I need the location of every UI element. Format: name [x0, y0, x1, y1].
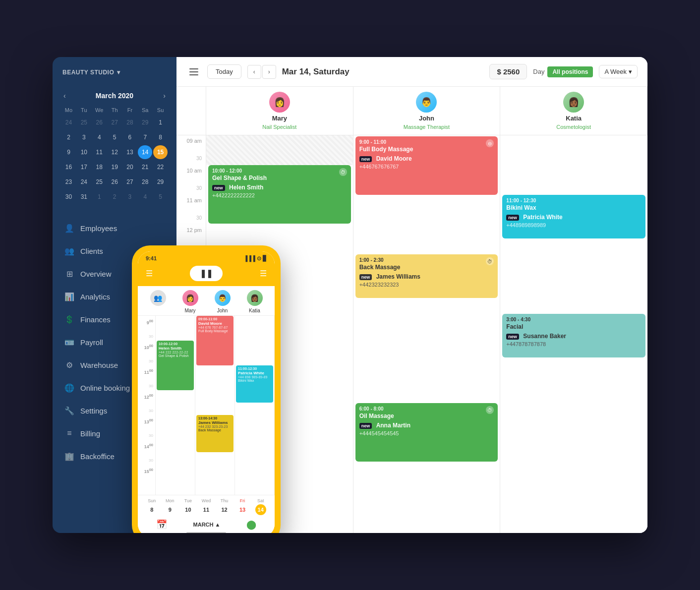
cal-day[interactable]: 13: [123, 145, 137, 159]
phone-menu-icon2[interactable]: ☰: [260, 269, 267, 278]
phone-col-john[interactable]: 09:00-11:00 David Moore +44 676 767-67-6…: [195, 316, 235, 495]
phone-col-mary[interactable]: 10:00-12:00 Helen Smith +44 222 222-22-2…: [156, 316, 195, 495]
appointment-katia-bikini[interactable]: 11:00 - 12:30 Bikini Wax new Patricia Wh…: [502, 195, 645, 238]
phone-day-sun[interactable]: Sun 8: [146, 498, 157, 515]
cal-day[interactable]: 28: [123, 116, 137, 129]
cal-day[interactable]: 31: [77, 190, 91, 204]
staff-name-mary: Mary: [272, 115, 287, 122]
phone-appt-john-fb[interactable]: 09:00-11:00 David Moore +44 676 767-67-6…: [196, 316, 233, 365]
cal-day[interactable]: 5: [153, 190, 168, 204]
cal-day[interactable]: 25: [77, 116, 91, 129]
cal-next-btn[interactable]: ›: [160, 91, 169, 101]
dow-fr: Fr: [123, 106, 137, 115]
phone-staff-john[interactable]: 👨 John: [215, 290, 231, 313]
app-title: BEAUTY STUDIO: [62, 69, 114, 76]
week-label: A Week: [604, 68, 627, 75]
phone-day-sat[interactable]: Sat 14: [255, 498, 266, 515]
cal-day[interactable]: 17: [77, 160, 91, 174]
app-logo[interactable]: BEAUTY STUDIO ▾: [53, 57, 176, 86]
cal-day[interactable]: 10: [77, 145, 91, 159]
positions-button[interactable]: All positions: [547, 66, 593, 77]
phone-staff-all[interactable]: 👥: [150, 290, 166, 313]
staff-header-row: 👩 Mary Nail Specialist 👨 John Massage Th…: [176, 87, 647, 135]
sidebar-item-employees[interactable]: 👤 Employees: [53, 217, 176, 239]
appointment-katia-facial[interactable]: 3:00 - 4:30 Facial new Susanne Baker +44…: [502, 314, 645, 357]
cal-day[interactable]: 23: [61, 175, 76, 189]
cal-day[interactable]: 14: [138, 145, 152, 159]
phone-appt-mary-gel[interactable]: 10:00-12:00 Helen Smith +44 222 222-22-2…: [157, 341, 194, 390]
cal-day[interactable]: 28: [138, 175, 152, 189]
cal-day[interactable]: 21: [138, 160, 152, 174]
cal-day[interactable]: 20: [123, 160, 137, 174]
cal-day[interactable]: 25: [92, 175, 107, 189]
phone-menu-icon[interactable]: ☰: [146, 269, 153, 278]
cal-day[interactable]: 29: [153, 175, 168, 189]
phone-pause-btn[interactable]: ❚❚: [190, 266, 223, 281]
week-select[interactable]: A Week ▾: [599, 65, 638, 78]
cal-day[interactable]: 24: [61, 116, 76, 129]
cal-day[interactable]: 9: [61, 145, 76, 159]
phone-staff-katia[interactable]: 👩🏾 Katia: [247, 290, 263, 313]
cal-day[interactable]: 4: [138, 190, 152, 204]
phone-chart-icon[interactable]: ⬤: [246, 519, 256, 530]
cal-day[interactable]: 18: [92, 160, 107, 174]
cal-day[interactable]: 30: [61, 190, 76, 204]
cal-day[interactable]: 4: [92, 130, 107, 144]
phone-day-tue[interactable]: Tue 10: [182, 498, 193, 515]
hamburger-button[interactable]: [186, 65, 201, 78]
phone-week-days: Sun 8 Mon 9 Tue 10 Wed 11: [143, 498, 270, 515]
phone-day-mon[interactable]: Mon 9: [165, 498, 175, 515]
next-date-button[interactable]: ›: [262, 65, 276, 79]
cal-day[interactable]: 5: [108, 130, 122, 144]
phone-month-label[interactable]: MARCH ▲: [193, 519, 221, 530]
cal-day[interactable]: 1: [92, 190, 107, 204]
cal-day[interactable]: 29: [138, 116, 152, 129]
appointment-john-oil[interactable]: ⏱ 6:00 - 8:00 Oil Massage new Anna Marti…: [355, 403, 498, 462]
phone-day-wed[interactable]: Wed 11: [201, 498, 212, 515]
app-container: BEAUTY STUDIO ▾ ‹ March 2020 › Mo Tu We …: [53, 57, 647, 533]
cal-day[interactable]: 11: [92, 145, 107, 159]
cal-day[interactable]: 7: [138, 130, 152, 144]
cal-day[interactable]: 8: [153, 130, 168, 144]
cal-day[interactable]: 3: [123, 190, 137, 204]
payroll-icon: 🪪: [64, 337, 74, 347]
cal-day[interactable]: 26: [92, 116, 107, 129]
prev-date-button[interactable]: ‹: [247, 65, 261, 79]
cal-day[interactable]: 27: [123, 175, 137, 189]
phone-appt-john-back[interactable]: 13:00-14:30 James Williams +44 232 323-2…: [196, 415, 233, 452]
phone-all-icon: 👥: [150, 290, 166, 306]
cal-day[interactable]: 26: [108, 175, 122, 189]
appt-client-row-katia1: new Patricia White: [506, 212, 642, 221]
appt-phone-katia1: +448989898989: [506, 222, 642, 228]
cal-day[interactable]: 2: [108, 190, 122, 204]
cal-day[interactable]: 22: [153, 160, 168, 174]
cal-day[interactable]: 27: [108, 116, 122, 129]
today-button[interactable]: Today: [207, 64, 241, 79]
column-john[interactable]: ⊖ 9:00 - 11:00 Full Body Massage new Dav…: [353, 135, 501, 533]
cal-day[interactable]: 1: [153, 116, 168, 129]
cal-prev-btn[interactable]: ‹: [60, 91, 69, 101]
phone-col-katia[interactable]: 11:00-12:30 Patricia White +44 898 989-8…: [235, 316, 275, 495]
cal-day[interactable]: 2: [61, 130, 76, 144]
dow-sa: Sa: [138, 106, 152, 115]
staff-role-john: Massage Therapist: [404, 124, 450, 130]
cal-day[interactable]: 12: [108, 145, 122, 159]
appointment-mary-gel[interactable]: ⏱ 10:00 - 12:00 Gel Shape & Polish new H…: [208, 165, 351, 224]
appointment-john-back[interactable]: ⏱ 1:00 - 2:30 Back Massage new James Wil…: [355, 254, 498, 298]
phone-calendar-icon[interactable]: 📅: [156, 519, 167, 530]
cal-day[interactable]: 3: [77, 130, 91, 144]
phone-home-indicator: [186, 532, 226, 533]
phone-day-thu[interactable]: Thu 12: [219, 498, 230, 515]
cal-day[interactable]: 15: [153, 145, 168, 159]
column-katia[interactable]: 11:00 - 12:30 Bikini Wax new Patricia Wh…: [500, 135, 647, 533]
phone-cal-body: 900 30 1000 30 1100 30 1200 30: [138, 316, 275, 495]
phone-katia-name: Katia: [249, 308, 260, 313]
cal-day[interactable]: 19: [108, 160, 122, 174]
phone-appt-katia-bw[interactable]: 11:00-12:30 Patricia White +44 898 989-8…: [236, 365, 273, 403]
cal-day[interactable]: 16: [61, 160, 76, 174]
cal-day[interactable]: 24: [77, 175, 91, 189]
appointment-john-fullbody[interactable]: ⊖ 9:00 - 11:00 Full Body Massage new Dav…: [355, 136, 498, 195]
phone-day-fri[interactable]: Fri 13: [237, 498, 248, 515]
phone-staff-mary[interactable]: 👩 Mary: [182, 290, 198, 313]
cal-day[interactable]: 6: [123, 130, 137, 144]
